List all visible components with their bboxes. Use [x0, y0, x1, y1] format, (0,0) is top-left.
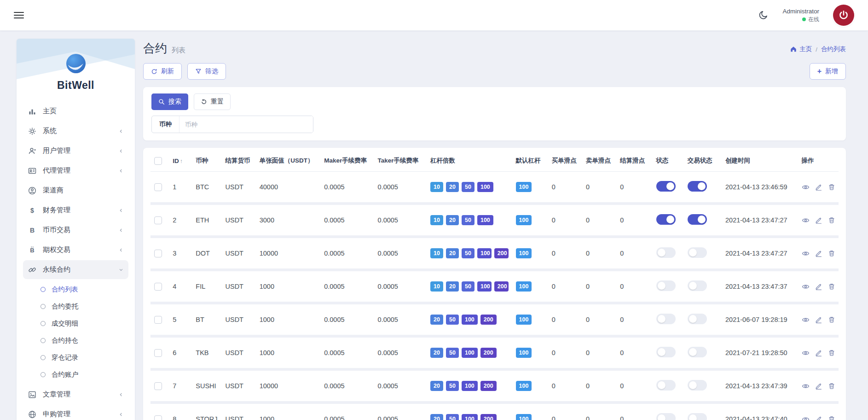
status-toggle[interactable]: [656, 347, 676, 357]
row-checkbox[interactable]: [154, 349, 162, 357]
cell-maker-fee: 0.0005: [320, 404, 374, 420]
view-button[interactable]: [802, 415, 810, 420]
delete-button[interactable]: [828, 382, 835, 390]
cell-created-at: 2021-06-07 19:28:19: [722, 304, 798, 338]
edit-button[interactable]: [815, 316, 822, 323]
sidebar-item-options-trading[interactable]: B 期权交易: [23, 240, 128, 259]
refresh-button[interactable]: 刷新: [143, 63, 182, 80]
sidebar-item-finance[interactable]: $ 财务管理: [23, 201, 128, 220]
view-button[interactable]: [802, 283, 810, 291]
sidebar-item-label: 用户管理: [43, 146, 70, 155]
status-toggle[interactable]: [656, 181, 676, 192]
col-header-buy-slippage: 买单滑点: [548, 148, 582, 172]
sidebar-item-system[interactable]: 系统: [23, 122, 128, 140]
sidebar-item-channel[interactable]: 渠道商: [23, 181, 128, 200]
view-button[interactable]: [802, 382, 810, 390]
row-checkbox[interactable]: [154, 216, 162, 224]
sidebar-item-perpetual-contract[interactable]: 永续合约: [23, 260, 128, 279]
status-toggle[interactable]: [656, 413, 676, 420]
delete-button[interactable]: [828, 250, 835, 257]
cell-id: 3: [169, 238, 192, 271]
trade-status-toggle[interactable]: [688, 413, 707, 420]
coin-input[interactable]: [179, 116, 313, 133]
cell-sell-slippage: 0: [582, 404, 616, 420]
lever-badge: 200: [480, 414, 497, 420]
lever-badges: 102050100: [430, 182, 509, 192]
trade-status-toggle[interactable]: [688, 347, 707, 357]
sidebar-item-contract-accounts[interactable]: 合约账户: [29, 366, 128, 383]
sidebar-item-trade-details[interactable]: 成交明细: [29, 315, 128, 332]
trade-status-toggle[interactable]: [688, 280, 707, 291]
lever-badges: 102050100200: [430, 281, 509, 292]
status-toggle[interactable]: [656, 314, 676, 324]
globe-icon: [28, 410, 37, 419]
edit-button[interactable]: [815, 382, 822, 390]
view-button[interactable]: [802, 250, 810, 257]
edit-button[interactable]: [815, 349, 822, 356]
trade-status-toggle[interactable]: [688, 314, 707, 324]
view-button[interactable]: [802, 316, 810, 324]
row-checkbox[interactable]: [154, 316, 162, 324]
row-checkbox[interactable]: [154, 183, 162, 191]
trash-icon: [828, 250, 835, 257]
cell-settle-slippage: 0: [616, 304, 652, 338]
edit-button[interactable]: [815, 250, 822, 257]
menu-toggle-button[interactable]: [14, 12, 24, 18]
row-checkbox[interactable]: [154, 250, 162, 257]
edit-button[interactable]: [815, 283, 822, 290]
row-checkbox[interactable]: [154, 382, 162, 390]
cell-maker-fee: 0.0005: [320, 371, 374, 404]
eye-icon: [802, 382, 810, 390]
trash-icon: [828, 216, 835, 224]
breadcrumb-home-link[interactable]: 主页: [790, 45, 812, 53]
edit-button[interactable]: [815, 183, 822, 191]
status-toggle[interactable]: [656, 214, 676, 225]
row-checkbox[interactable]: [154, 415, 162, 420]
sidebar-item-contract-orders[interactable]: 合约委托: [29, 298, 128, 315]
cell-face-value: 10000: [256, 371, 320, 404]
status-toggle[interactable]: [656, 280, 676, 291]
delete-button[interactable]: [828, 183, 835, 191]
view-button[interactable]: [802, 183, 810, 191]
col-header-actions: 操作: [798, 148, 839, 172]
col-header-id[interactable]: ID↑: [169, 148, 192, 172]
sidebar-item-contract-list[interactable]: 合约列表: [29, 281, 128, 298]
edit-button[interactable]: [815, 415, 822, 420]
trade-status-toggle[interactable]: [688, 380, 707, 391]
sidebar-item-agents[interactable]: 代理管理: [23, 161, 128, 180]
trade-status-toggle[interactable]: [688, 214, 707, 225]
avatar[interactable]: [833, 5, 854, 26]
sort-asc-icon[interactable]: ↑: [180, 158, 183, 164]
reset-button[interactable]: 重置: [194, 93, 231, 110]
sidebar-item-contract-positions[interactable]: 合约持仓: [29, 332, 128, 349]
sidebar-item-articles[interactable]: 文章管理: [23, 385, 128, 404]
view-button[interactable]: [802, 216, 810, 224]
row-checkbox[interactable]: [154, 283, 162, 291]
lever-badge: 50: [462, 182, 475, 192]
sidebar-item-users[interactable]: 用户管理: [23, 141, 128, 160]
sidebar: BitWell 主页 系统 用户管理: [17, 39, 135, 420]
delete-button[interactable]: [828, 415, 835, 420]
delete-button[interactable]: [828, 283, 835, 290]
search-button[interactable]: 搜索: [151, 93, 188, 110]
status-toggle[interactable]: [656, 247, 676, 258]
delete-button[interactable]: [828, 349, 835, 356]
sidebar-item-spot-trading[interactable]: B 币币交易: [23, 221, 128, 239]
delete-button[interactable]: [828, 316, 835, 323]
add-button[interactable]: + 新增: [810, 63, 846, 80]
view-button[interactable]: [802, 349, 810, 357]
trade-status-toggle[interactable]: [688, 247, 707, 258]
cell-settle-currency: USDT: [221, 238, 255, 271]
status-toggle[interactable]: [656, 380, 676, 391]
cell-taker-fee: 0.0005: [374, 271, 427, 304]
sidebar-item-subscription[interactable]: 申购管理: [23, 405, 128, 420]
select-all-checkbox[interactable]: [154, 157, 162, 165]
edit-button[interactable]: [815, 216, 822, 224]
sidebar-item-home[interactable]: 主页: [23, 102, 128, 121]
delete-button[interactable]: [828, 216, 835, 224]
cell-coin: DOT: [192, 238, 221, 271]
filter-button[interactable]: 筛选: [187, 63, 226, 80]
trade-status-toggle[interactable]: [688, 181, 707, 192]
sidebar-item-liquidation-records[interactable]: 穿仓记录: [29, 349, 128, 366]
dark-mode-toggle[interactable]: [758, 10, 769, 20]
